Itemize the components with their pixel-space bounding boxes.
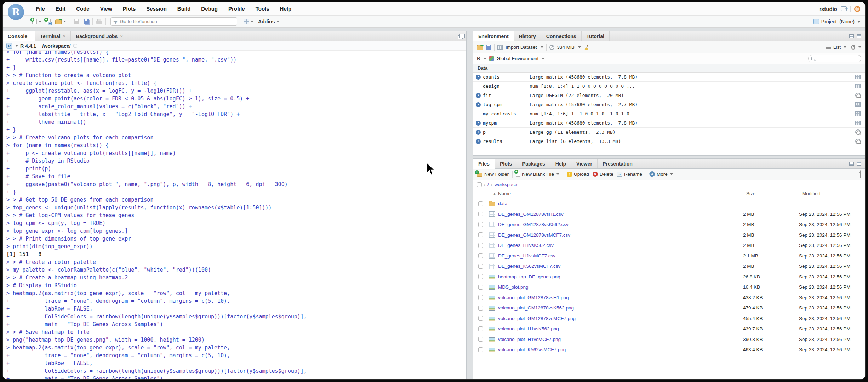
files-tab[interactable]: Help [550,159,571,168]
refresh-icon[interactable] [851,45,856,50]
file-checkbox[interactable] [478,253,483,258]
file-checkbox[interactable] [478,222,483,227]
console-output[interactable]: > for (name in names(results)) {+ write.… [3,51,466,379]
menu-item[interactable]: Tools [250,2,275,15]
expand-arrow-icon[interactable] [476,139,481,144]
object-action-icon[interactable] [855,102,861,107]
file-row[interactable]: volcano_plot_GM12878vsMCF7.png 455.4 KB … [473,313,865,324]
delete-button[interactable]: ×Delete [593,172,613,177]
file-name-link[interactable]: heatmap_top_DE_genes.png [495,274,743,279]
file-name-link[interactable]: DE_genes_GM12878vsK562.csv [495,222,743,227]
file-row[interactable]: DE_genes_H1vsK562.csv 2 MB Sep 23, 2024,… [473,240,865,251]
column-name[interactable]: ▲Name [473,191,743,196]
menu-item[interactable]: Session [141,2,172,15]
console-tab[interactable]: Console [3,31,35,41]
environment-row[interactable]: results Large list (6 elements, 13.3 MB) [473,137,865,146]
object-action-icon[interactable] [855,139,861,144]
expand-arrow-icon[interactable] [476,130,481,135]
breadcrumb-root[interactable]: / [487,182,489,187]
file-row[interactable]: DE_genes_K562vsMCF7.csv 2 MB Sep 23, 202… [473,261,865,272]
goto-file-function-box[interactable]: ➤ [110,17,237,26]
environment-tab[interactable]: Connections [541,31,582,41]
file-checkbox[interactable] [478,306,483,311]
file-name-link[interactable]: volcano_plot_H1vsK562.png [495,326,743,331]
minimize-pane-icon[interactable] [849,34,854,38]
expand-arrow-icon[interactable] [476,93,481,98]
file-row[interactable]: DE_genes_GM12878vsMCF7.csv 2 MB Sep 23, … [473,230,865,241]
file-checkbox[interactable] [478,232,483,237]
close-icon[interactable]: × [63,34,66,39]
open-file-button[interactable] [54,18,67,25]
console-tab[interactable]: Terminal × [35,31,71,41]
engine-selector[interactable]: R [477,56,480,61]
file-checkbox[interactable] [478,295,483,300]
environment-row[interactable]: design num [1:8, 1:4] 1 1 0 0 0 0 0 0 0 … [473,82,865,91]
import-dataset-button[interactable]: Import Dataset [506,45,537,50]
object-action-icon[interactable] [855,129,861,135]
file-row[interactable]: volcano_plot_GM12878vsH1.png 438.2 KB Se… [473,293,865,303]
minimize-pane-icon[interactable] [849,162,854,166]
console-tab[interactable]: Background Jobs × [71,31,128,41]
environment-row[interactable]: mycpm Large matrix (458680 elements, 7.8… [473,118,865,128]
file-row[interactable]: volcano_plot_K562vsMCF7.png 463.4 KB Sep… [473,345,865,355]
menu-item[interactable]: View [95,2,118,15]
addins-button[interactable]: Addins [257,18,280,25]
menu-item[interactable]: Build [172,2,196,15]
environment-row[interactable]: fit Large DGEGLM (22 elements, 20 MB) [473,91,865,100]
file-name-link[interactable]: data [495,201,743,206]
save-all-button[interactable] [82,18,90,25]
object-action-icon[interactable] [855,84,861,88]
file-checkbox[interactable] [478,212,483,216]
file-row[interactable]: MDS_plot.png 16.4 KB Sep 23, 2024, 12:56… [473,282,865,293]
addins-grid-icon[interactable] [242,18,255,25]
object-action-icon[interactable] [855,75,861,79]
file-name-link[interactable]: DE_genes_GM12878vsH1.csv [495,212,743,217]
goto-file-function-input[interactable] [120,19,234,24]
save-workspace-icon[interactable] [486,45,491,50]
popout-icon[interactable] [458,35,463,39]
breadcrumb-more-button[interactable]: … [856,182,861,187]
file-row[interactable]: DE_genes_GM12878vsK562.csv 2 MB Sep 23, … [473,219,865,230]
more-button[interactable]: More [650,172,673,177]
file-row[interactable]: volcano_plot_H1vsK562.png 439.7 KB Sep 2… [473,324,865,334]
select-all-checkbox[interactable] [477,182,482,187]
file-checkbox[interactable] [478,347,483,352]
file-name-link[interactable]: DE_genes_GM12878vsMCF7.csv [495,232,743,238]
menu-item[interactable]: Debug [196,2,223,15]
files-tab[interactable]: Packages [517,159,550,168]
file-name-link[interactable]: volcano_plot_GM12878vsMCF7.png [495,316,743,321]
maximize-pane-icon[interactable] [857,34,861,38]
file-name-link[interactable]: volcano_plot_K562vsMCF7.png [495,347,743,352]
caret-down-icon[interactable] [15,45,18,47]
file-name-link[interactable]: MDS_plot.png [495,284,743,290]
file-checkbox[interactable] [478,326,483,331]
object-action-icon[interactable] [855,93,861,98]
files-tab[interactable]: Files [473,159,495,169]
column-size[interactable]: Size [743,189,799,198]
menu-item[interactable]: File [30,2,50,15]
environment-tab[interactable]: History [514,31,541,41]
load-workspace-icon[interactable] [477,46,483,50]
new-folder-button[interactable]: New Folder [477,172,509,177]
maximize-pane-icon[interactable] [857,162,861,166]
file-name-link[interactable]: volcano_plot_GM12878vsH1.png [495,295,743,300]
environment-row[interactable]: counts Large matrix (458680 elements, 7.… [473,73,865,82]
environment-search-box[interactable] [808,55,861,62]
clear-objects-icon[interactable] [584,45,589,50]
file-row[interactable]: volcano_plot_GM12878vsK562.png 479.4 KB … [473,303,865,313]
breadcrumb-directory[interactable]: workspace [495,182,518,187]
file-checkbox[interactable] [478,201,483,206]
new-file-button[interactable]: + [31,18,42,25]
menu-item[interactable]: Help [275,2,297,15]
global-environment-selector[interactable]: Global Environment [497,56,539,61]
menu-item[interactable]: Code [71,2,95,15]
file-checkbox[interactable] [478,274,483,279]
file-checkbox[interactable] [478,243,483,248]
sign-out-icon[interactable] [841,6,847,11]
object-action-icon[interactable] [855,111,861,116]
close-icon[interactable]: × [120,34,123,39]
new-project-button[interactable]: +R [45,18,52,25]
files-tab[interactable]: Plots [495,159,517,168]
environment-row[interactable]: p Large gg (11 elements, 2.3 MB) [473,128,865,137]
list-view-button[interactable]: List [833,45,841,50]
